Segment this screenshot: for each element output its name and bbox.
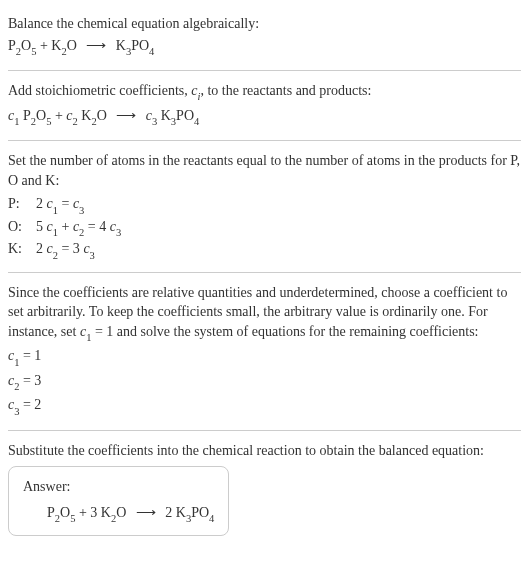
section-answer: Substitute the coefficients into the che… (8, 435, 521, 543)
atom-row-k: K: 2 c2 = 3 c3 (8, 239, 521, 261)
atom-eq-intro: Set the number of atoms in the reactants… (8, 151, 521, 190)
atom-row-o: O: 5 c1 + c2 = 4 c3 (8, 217, 521, 239)
section-add-coefficients: Add stoichiometric coefficients, ci, to … (8, 75, 521, 136)
divider (8, 430, 521, 431)
add-coeff-intro: Add stoichiometric coefficients, ci, to … (8, 81, 521, 103)
plus-k2o: + K2O (36, 38, 76, 53)
atom-eq-o: 5 c1 + c2 = 4 c3 (36, 217, 121, 239)
divider (8, 140, 521, 141)
reaction-arrow-icon: ⟶ (136, 503, 156, 523)
solution-c3: c3 = 2 (8, 395, 521, 417)
atom-label-o: O: (8, 217, 36, 237)
atom-label-p: P: (8, 194, 36, 214)
atom-row-p: P: 2 c1 = c3 (8, 194, 521, 216)
atom-equations-table: P: 2 c1 = c3 O: 5 c1 + c2 = 4 c3 K: 2 c2… (8, 194, 521, 261)
atom-eq-p: 2 c1 = c3 (36, 194, 84, 216)
solution-c2: c2 = 3 (8, 371, 521, 393)
section-atom-equations: Set the number of atoms in the reactants… (8, 145, 521, 268)
section-balance-intro: Balance the chemical equation algebraica… (8, 8, 521, 66)
atom-label-k: K: (8, 239, 36, 259)
reaction-arrow-icon: ⟶ (86, 36, 106, 56)
reaction-arrow-icon: ⟶ (116, 106, 136, 126)
answer-box: Answer: P2O5 + 3 K2O ⟶ 2 K3PO4 (8, 466, 229, 536)
answer-intro: Substitute the coefficients into the che… (8, 441, 521, 461)
section-solve: Since the coefficients are relative quan… (8, 277, 521, 426)
balance-title: Balance the chemical equation algebraica… (8, 14, 521, 34)
reactant-p2o5: P2O5 (8, 38, 36, 53)
unbalanced-equation: P2O5 + K2O ⟶ K3PO4 (8, 36, 521, 58)
balanced-equation: P2O5 + 3 K2O ⟶ 2 K3PO4 (23, 503, 214, 525)
answer-label: Answer: (23, 477, 214, 497)
atom-eq-k: 2 c2 = 3 c3 (36, 239, 95, 261)
coeff-equation: c1 P2O5 + c2 K2O ⟶ c3 K3PO4 (8, 106, 521, 128)
solve-intro: Since the coefficients are relative quan… (8, 283, 521, 345)
product-k3po4: K3PO4 (116, 38, 155, 53)
divider (8, 272, 521, 273)
solution-c1: c1 = 1 (8, 346, 521, 368)
divider (8, 70, 521, 71)
